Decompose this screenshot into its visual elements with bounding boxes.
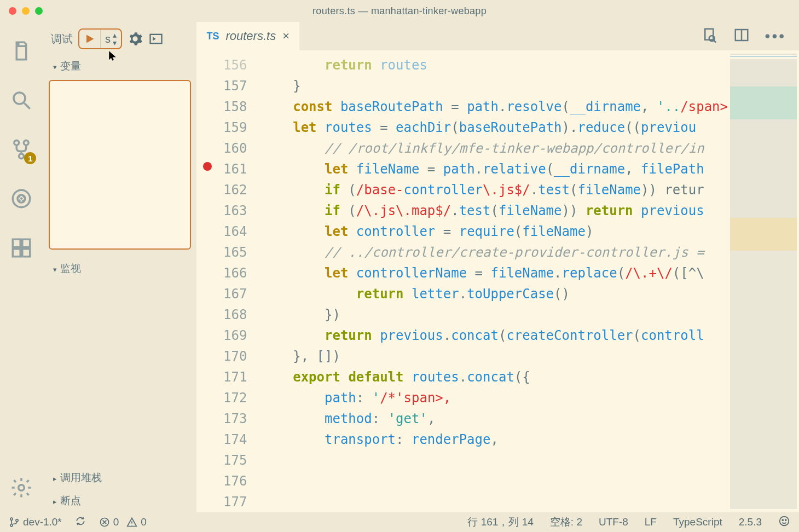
titlebar: routers.ts — manhattan-tinker-webapp — [0, 0, 799, 22]
minimap[interactable] — [728, 50, 799, 512]
main-area: 1 调试 s▴▾ ▾变量 ▾监视 ▸调用堆栈 ▸断点 TS routers.ts — [0, 22, 799, 512]
debug-config-box: s▴▾ — [78, 28, 122, 49]
encoding-status[interactable]: UTF-8 — [599, 516, 628, 528]
callstack-section[interactable]: ▸调用堆栈 — [43, 466, 197, 489]
extensions-icon[interactable] — [10, 236, 33, 259]
window-close-button[interactable] — [9, 7, 16, 15]
debug-config-select[interactable]: s▴▾ — [100, 30, 121, 48]
tab-label: routers.ts — [225, 29, 276, 43]
cursor-position[interactable]: 行 161，列 14 — [467, 515, 533, 529]
svg-point-10 — [19, 485, 25, 491]
svg-point-15 — [10, 518, 13, 520]
indent-status[interactable]: 空格: 2 — [550, 515, 582, 529]
source-control-icon[interactable]: 1 — [10, 138, 33, 161]
more-actions-icon[interactable]: ••• — [765, 32, 786, 40]
svg-point-19 — [780, 516, 789, 525]
debug-side-panel: 调试 s▴▾ ▾变量 ▾监视 ▸调用堆栈 ▸断点 — [43, 22, 197, 512]
svg-rect-8 — [13, 249, 21, 257]
svg-rect-6 — [13, 239, 21, 247]
editor-actions: ••• — [702, 22, 799, 50]
typescript-icon: TS — [206, 31, 219, 42]
start-debug-button[interactable] — [79, 30, 100, 48]
window-maximize-button[interactable] — [35, 7, 43, 15]
svg-rect-7 — [22, 239, 30, 247]
breakpoints-section[interactable]: ▸断点 — [43, 489, 197, 512]
explorer-icon[interactable] — [10, 39, 33, 62]
svg-point-2 — [24, 140, 29, 145]
git-branch[interactable]: dev-1.0* — [9, 516, 62, 528]
svg-point-1 — [14, 140, 19, 145]
svg-rect-9 — [22, 249, 30, 257]
activity-bar: 1 — [0, 22, 43, 512]
scm-badge: 1 — [24, 152, 36, 164]
find-file-icon[interactable] — [702, 27, 718, 45]
language-status[interactable]: TypeScript — [673, 516, 722, 528]
window-title: routers.ts — manhattan-tinker-webapp — [312, 5, 487, 17]
tab-close-icon[interactable]: × — [282, 29, 290, 43]
debug-console-icon[interactable] — [148, 31, 164, 47]
search-icon[interactable] — [10, 89, 33, 112]
editor: TS routers.ts × ••• 15615715815916016116… — [196, 22, 799, 512]
svg-point-16 — [10, 524, 13, 527]
tab-bar: TS routers.ts × ••• — [196, 22, 799, 50]
eol-status[interactable]: LF — [645, 516, 657, 528]
window-minimize-button[interactable] — [22, 7, 30, 15]
sync-icon[interactable] — [75, 516, 86, 529]
code-area[interactable]: 1561571581591601611621631641651661671681… — [196, 50, 799, 512]
debug-icon[interactable] — [10, 187, 33, 210]
debug-settings-icon[interactable] — [128, 31, 143, 47]
svg-point-0 — [14, 92, 25, 104]
gutter[interactable]: 1561571581591601611621631641651661671681… — [196, 50, 257, 512]
errors-status[interactable]: 0 0 — [99, 516, 147, 528]
code-text[interactable]: return routes } const baseRoutePath = pa… — [257, 50, 728, 512]
watch-section[interactable]: ▾监视 — [43, 257, 197, 280]
svg-point-3 — [19, 154, 24, 159]
svg-point-20 — [782, 519, 783, 521]
ts-version[interactable]: 2.5.3 — [739, 516, 762, 528]
svg-point-21 — [785, 519, 786, 521]
svg-point-17 — [16, 519, 18, 522]
split-editor-icon[interactable] — [733, 27, 750, 45]
variables-section[interactable]: ▾变量 — [43, 55, 197, 78]
status-bar: dev-1.0* 0 0 行 161，列 14 空格: 2 UTF-8 LF T… — [0, 512, 799, 532]
svg-rect-11 — [150, 34, 161, 43]
tab-routers[interactable]: TS routers.ts × — [196, 22, 299, 50]
settings-gear-icon[interactable] — [10, 476, 33, 499]
feedback-icon[interactable] — [778, 515, 790, 530]
debug-label: 调试 — [51, 32, 73, 47]
traffic-lights[interactable] — [9, 7, 43, 15]
debug-header: 调试 s▴▾ — [43, 28, 197, 55]
variables-box[interactable] — [49, 80, 192, 250]
